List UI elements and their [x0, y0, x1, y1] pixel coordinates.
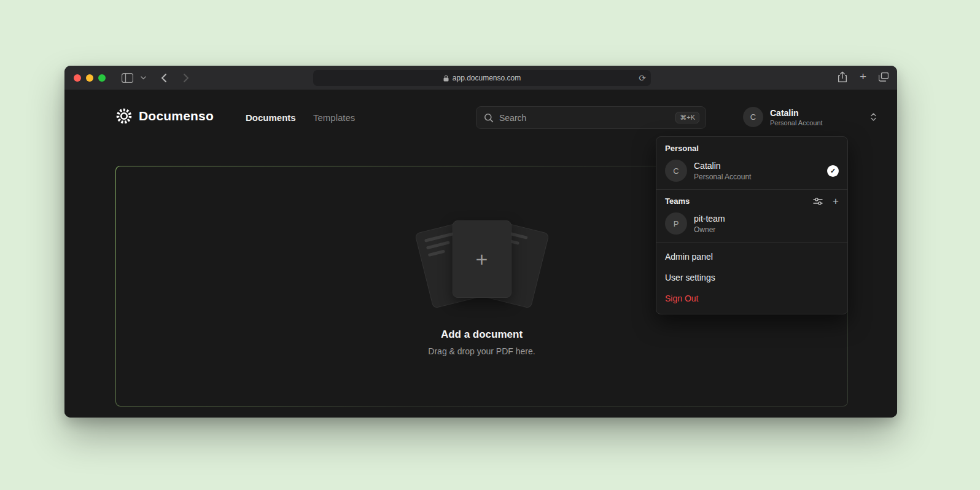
- address-bar[interactable]: app.documenso.com ⟳: [313, 70, 651, 86]
- nav-documents[interactable]: Documents: [246, 112, 296, 123]
- forward-button[interactable]: [182, 73, 190, 83]
- team-avatar: P: [665, 212, 687, 235]
- check-icon: ✓: [827, 165, 839, 177]
- team-role: Owner: [694, 225, 725, 234]
- add-team-button[interactable]: +: [833, 197, 839, 206]
- back-button[interactable]: [160, 73, 168, 83]
- url-text: app.documenso.com: [453, 74, 521, 82]
- account-menu-trigger[interactable]: C Catalin Personal Account: [743, 107, 877, 127]
- search-placeholder: Search: [499, 113, 670, 123]
- dropzone-subtitle: Drag & drop your PDF here.: [428, 346, 535, 356]
- personal-account-item[interactable]: C Catalin Personal Account ✓: [665, 160, 839, 182]
- personal-avatar: C: [665, 160, 687, 182]
- close-window-button[interactable]: [74, 74, 81, 82]
- new-tab-button[interactable]: +: [860, 71, 866, 83]
- chevron-up-down-icon: [870, 112, 877, 122]
- browser-titlebar: app.documenso.com ⟳ +: [64, 66, 897, 90]
- plus-icon: +: [476, 247, 488, 271]
- tab-overview-button[interactable]: [879, 72, 889, 82]
- menu-item-admin-panel[interactable]: Admin panel: [656, 246, 847, 267]
- menu-item-user-settings[interactable]: User settings: [656, 267, 847, 288]
- documenso-page: Documenso Documents Templates Search ⌘+K…: [64, 90, 897, 418]
- personal-name: Catalin: [694, 161, 751, 171]
- menu-item-sign-out[interactable]: Sign Out: [656, 288, 847, 309]
- dropzone-title: Add a document: [441, 329, 523, 341]
- account-subtitle: Personal Account: [770, 119, 823, 126]
- nav-templates[interactable]: Templates: [313, 112, 355, 123]
- search-icon: [484, 113, 494, 123]
- documenso-logo-icon: [115, 107, 133, 125]
- team-name: pit-team: [694, 214, 725, 224]
- refresh-button[interactable]: ⟳: [639, 72, 646, 84]
- minimize-window-button[interactable]: [86, 74, 93, 82]
- browser-window: app.documenso.com ⟳ + Documenso Document…: [64, 66, 897, 418]
- team-item[interactable]: P pit-team Owner: [665, 212, 839, 235]
- search-shortcut-badge: ⌘+K: [675, 112, 699, 123]
- sidebar-chevron-down-icon[interactable]: [141, 76, 146, 80]
- teams-section-label: Teams: [665, 196, 690, 206]
- personal-section-label: Personal: [665, 144, 839, 153]
- share-button[interactable]: [838, 71, 847, 83]
- brand-name: Documenso: [139, 109, 214, 123]
- lock-icon: [443, 75, 449, 82]
- zoom-window-button[interactable]: [98, 74, 106, 82]
- documenso-brand[interactable]: Documenso: [115, 107, 214, 125]
- document-card-center: +: [453, 220, 511, 298]
- account-name: Catalin: [770, 108, 823, 118]
- account-avatar: C: [743, 107, 763, 127]
- search-input[interactable]: Search ⌘+K: [476, 106, 706, 129]
- account-dropdown-menu: Personal C Catalin Personal Account ✓ Te…: [656, 136, 848, 314]
- manage-teams-icon[interactable]: [813, 197, 823, 206]
- personal-subtitle: Personal Account: [694, 173, 751, 181]
- sidebar-toggle-icon[interactable]: [121, 73, 133, 83]
- document-stack-illustration: +: [414, 219, 550, 306]
